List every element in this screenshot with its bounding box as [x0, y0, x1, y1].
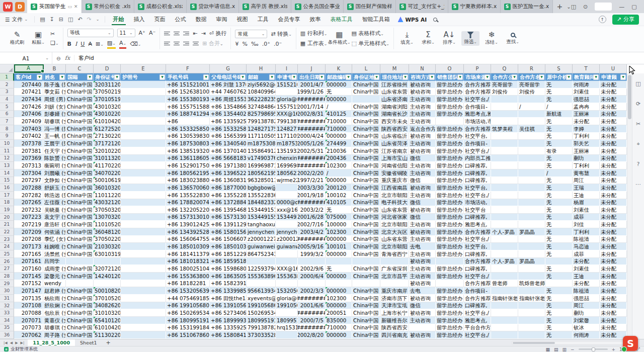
cell-F27[interactable]: +86 180025104 [166, 265, 210, 273]
cell-N9[interactable]: 被动咨询 [409, 133, 436, 140]
cell-H17[interactable]: 135522836 [247, 192, 276, 199]
cell-F17[interactable]: +86 135522830 [166, 192, 210, 199]
document-tab-8[interactable]: S宁夏教师样本.xlsx [448, 0, 501, 13]
cell-M26[interactable] [380, 258, 409, 266]
cell-H11[interactable]: 135864912 [247, 147, 276, 155]
cell-C32[interactable]: China中国 [66, 302, 94, 310]
cell-T9[interactable]: 丁利利 [573, 133, 600, 140]
cell-P26[interactable]: 合作方推荐 [464, 258, 491, 266]
cell-O6[interactable]: 留学总经办 [436, 111, 464, 118]
row-number-30[interactable]: 30 [0, 287, 14, 295]
row-number-25[interactable]: 25 [0, 250, 14, 258]
cell-S23[interactable]: 无 [545, 236, 573, 243]
cell-I30[interactable]: 153205639 [276, 287, 298, 295]
cell-K27[interactable]: 无 [326, 265, 352, 273]
cell-P7[interactable]: 市场活动,市 [464, 118, 491, 125]
help-panel-icon[interactable]: ? [637, 161, 640, 167]
cell-E26[interactable] [121, 258, 166, 266]
cell-L13[interactable]: China中国 [352, 162, 380, 169]
cell-D30[interactable]: 500108200203035125 [94, 287, 121, 295]
cell-Q29[interactable]: 曾老师 [491, 280, 518, 288]
cell-K23[interactable]: 000000 [326, 236, 352, 243]
filter-dropdown-icon[interactable] [457, 74, 463, 80]
cell-H18[interactable]: 184482332 [247, 199, 276, 207]
cell-A5[interactable]: 207426 [14, 103, 43, 111]
currency-icon[interactable]: ¥ [235, 41, 238, 47]
cell-Q25[interactable] [491, 250, 518, 258]
cell-J2[interactable]: 2001/4/7 [298, 81, 326, 89]
cell-G25[interactable]: +86 1851229020 [210, 250, 247, 258]
cell-R23[interactable] [518, 236, 545, 243]
cell-K20[interactable]: 075000 [326, 214, 352, 221]
cell-J23[interactable]: ######## [298, 236, 326, 243]
cell-N10[interactable]: 主动咨询 [409, 140, 436, 147]
cell-Q15[interactable] [491, 177, 518, 185]
cell-R22[interactable]: 罗晶晶 [518, 228, 545, 236]
column-header-J[interactable]: J [298, 64, 326, 73]
cell-B7[interactable]: 胡睿琪 (女 [43, 118, 66, 125]
cell-A23[interactable]: 207208 [14, 236, 43, 243]
cell-G15[interactable]: +86 1360831276 [210, 177, 247, 185]
cell-D20[interactable]: 130703200106280921 [94, 214, 121, 221]
cell-S11[interactable]: 有录 [545, 147, 573, 155]
cell-G17[interactable]: +86 13552283 [210, 192, 247, 199]
cell-C30[interactable]: China中国 [66, 287, 94, 295]
cell-J7[interactable]: ######## [298, 118, 326, 125]
cell-F11[interactable]: +86 138519320 [166, 147, 210, 155]
cell-A12[interactable]: 207369 [14, 155, 43, 162]
cell-B10[interactable]: 王晨宇 (男 [43, 140, 66, 147]
cell-T31[interactable]: 强思喆 [573, 295, 600, 302]
cell-O24[interactable]: 留学总经办 [436, 243, 464, 250]
row-number-3[interactable]: 3 [0, 89, 14, 96]
cell-F7[interactable]: +86 [166, 118, 210, 125]
cell-C9[interactable]: China中国 [66, 133, 94, 140]
cell-C8[interactable]: China中国 [66, 125, 94, 133]
column-header-U[interactable]: U [600, 64, 627, 73]
cell-B21[interactable]: 唐浩轩 (男 [43, 221, 66, 228]
cell-F15[interactable]: +86 183023880 [166, 177, 210, 185]
cell-N25[interactable]: 主动咨询 [409, 250, 436, 258]
cell-A33[interactable]: 207088 [14, 309, 43, 317]
cell-I26[interactable] [276, 258, 298, 266]
font-color-button[interactable]: A⌄ [119, 40, 126, 49]
cell-U2[interactable]: 未分配 [600, 81, 627, 89]
cell-K6[interactable]: 410125 [326, 111, 352, 118]
cell-E29[interactable] [121, 280, 166, 288]
cell-J33[interactable]: ######## [298, 309, 326, 317]
row-number-14[interactable]: 14 [0, 169, 14, 177]
cell-N34[interactable]: 主动咨询 [409, 317, 436, 324]
cell-Q9[interactable] [491, 133, 518, 140]
cell-J34[interactable]: 2000/7/5 [298, 317, 326, 324]
cell-O28[interactable]: 留学总经办 [436, 273, 464, 280]
cell-D21[interactable]: 110105200207165451 [94, 221, 121, 228]
cell-J27[interactable]: 2002/9/6 [298, 265, 326, 273]
cell-P29[interactable]: 合作方推荐 [464, 280, 491, 288]
cell-U8[interactable]: 未分配 [600, 125, 627, 133]
header-cell-I[interactable]: 申请专用 [276, 73, 298, 81]
cell-H4[interactable]: 362228235 [247, 96, 276, 103]
export-icon[interactable]: ↧ [50, 16, 54, 23]
cell-R8[interactable]: 吴佳祺 [518, 125, 545, 133]
cell-L30[interactable]: China中国 [352, 287, 380, 295]
cell-Q35[interactable] [491, 324, 518, 332]
cell-I13[interactable]: 169969871 [276, 162, 298, 169]
cell-L12[interactable]: China中国 [352, 155, 380, 162]
cell-M9[interactable]: 山东省临沂 [380, 133, 409, 140]
cell-O3[interactable]: 留学总经办 [436, 89, 464, 96]
cell-H29[interactable] [247, 280, 276, 288]
cell-E24[interactable] [121, 243, 166, 250]
cell-H30[interactable]: 956613934 [247, 287, 276, 295]
increase-indent-icon[interactable]: ⇥ [201, 30, 205, 37]
cell-M15[interactable]: 重庆重庆市 [380, 177, 409, 185]
cell-C31[interactable]: China中国 [66, 295, 94, 302]
cell-D15[interactable]: 500106199702210321 [94, 177, 121, 185]
add-sheet-button[interactable]: + [102, 339, 115, 346]
clip-panel-icon[interactable]: ✂ [636, 121, 640, 127]
cell-C17[interactable]: China中国 [66, 192, 94, 199]
cell-S25[interactable]: 无 [545, 250, 573, 258]
cell-U35[interactable]: 未分配 [600, 324, 627, 332]
row-number-26[interactable]: 26 [0, 258, 14, 266]
cell-R35[interactable] [518, 324, 545, 332]
cell-M5[interactable]: 湖南省浏阳 [380, 103, 409, 111]
undo-icon[interactable]: ↶ [77, 16, 82, 23]
